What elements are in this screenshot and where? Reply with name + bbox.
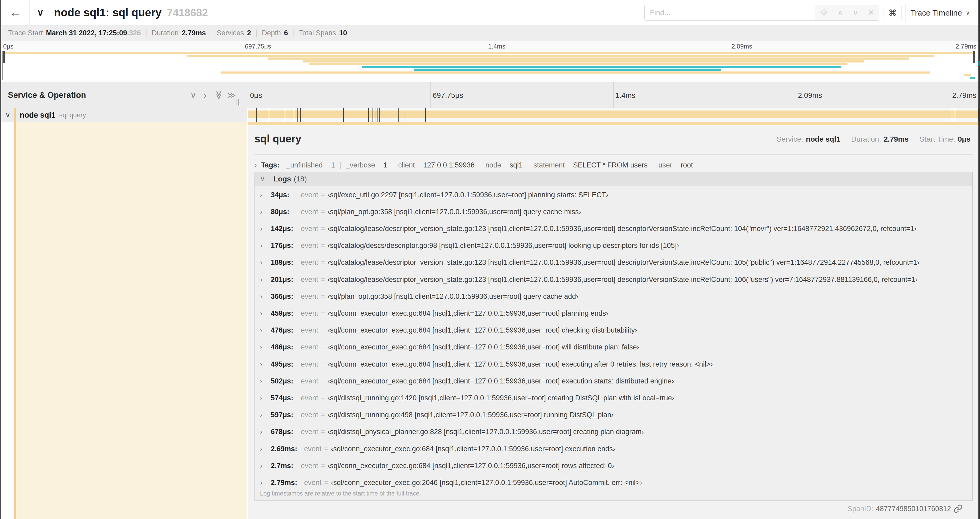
chevron-right-icon: › — [260, 309, 262, 318]
tags-list: _unfinished=1_verbose=1client=127.0.0.1:… — [286, 161, 693, 169]
log-timestamp: 2.79ms: — [271, 479, 298, 487]
log-row[interactable]: ›574μs:event=‹sql/distsql_running.go:142… — [260, 393, 675, 403]
back-button[interactable]: ← — [1, 0, 30, 25]
stat-label: Services — [216, 29, 244, 37]
log-value: ‹sql/conn_executor_exec.go:2046 [nsql1,c… — [331, 479, 642, 487]
chevron-right-icon: › — [260, 428, 262, 436]
log-marker-tick — [398, 108, 399, 122]
find-next-icon[interactable]: ∨ — [853, 9, 858, 17]
log-value: ‹sql/conn_executor_exec.go:684 [nsql1,cl… — [328, 462, 614, 470]
log-marker-tick — [368, 108, 369, 122]
span-collapse-chevron-icon[interactable]: ∨ — [5, 108, 10, 122]
log-row[interactable]: ›201μs:event=‹sql/catalog/lease/descript… — [260, 274, 918, 285]
view-options-label: Trace Timeline — [910, 8, 962, 18]
chevron-right-icon: › — [260, 292, 262, 301]
find-controls: ∧ ∨ ✕ — [815, 5, 879, 21]
find-prev-icon[interactable]: ∧ — [837, 9, 843, 17]
log-marker-tick — [425, 108, 426, 122]
log-value: ‹sql/plan_opt.go:358 [nsql1,client=127.0… — [328, 292, 579, 301]
minimap-span-bar — [414, 69, 721, 71]
tag-key: _unfinished — [286, 161, 323, 169]
detail-span-bar[interactable] — [248, 122, 978, 125]
tag-value: 1 — [331, 161, 335, 169]
span-color-accent — [14, 108, 16, 519]
detail-meta: Service:node sql1Duration:2.79msStart Ti… — [776, 135, 970, 144]
window-right-edge[interactable] — [978, 0, 980, 519]
minimap-canvas[interactable] — [2, 51, 975, 80]
span-row-name-cell[interactable]: ∨ node sql1 sql query — [1, 108, 247, 122]
log-row[interactable]: ›2.7ms:event=‹sql/conn_executor_exec.go:… — [260, 460, 614, 471]
minimap-tick-label: 0μs — [3, 43, 13, 50]
find-input[interactable] — [644, 5, 815, 21]
log-row[interactable]: ›502μs:event=‹sql/conn_executor_exec.go:… — [260, 376, 674, 386]
log-value: ‹sql/exec_util.go:2297 [nsql1,client=127… — [328, 191, 609, 199]
minimap-left-scrubber[interactable] — [3, 51, 5, 63]
expand-one-icon[interactable]: › — [204, 82, 207, 108]
span-service-name: node sql1 — [20, 108, 55, 122]
trace-id: 7418682 — [167, 7, 208, 19]
log-row[interactable]: ›597μs:event=‹sql/distsql_running.go:498… — [260, 410, 614, 420]
log-row[interactable]: ›678μs:event=‹sql/distsql_physical_plann… — [260, 427, 644, 437]
log-value: ‹sql/conn_executor_exec.go:684 [nsql1,cl… — [328, 326, 637, 334]
log-value: ‹sql/catalog/lease/descriptor_version_st… — [328, 276, 918, 284]
log-row[interactable]: ›176μs:event=‹sql/catalog/descs/descript… — [260, 241, 679, 251]
log-marker-tick — [379, 108, 380, 122]
logs-header[interactable]: ∨ Logs (18) — [255, 172, 972, 186]
tag-equals: = — [567, 161, 571, 169]
log-row[interactable]: ›2.79ms:event=‹sql/conn_executor_exec.go… — [260, 477, 642, 488]
chevron-down-icon: ∨ — [260, 175, 265, 183]
chevron-right-icon: › — [260, 241, 262, 250]
log-field-name: event — [301, 377, 318, 385]
column-resizer-handle[interactable] — [236, 99, 240, 106]
log-field-name: event — [301, 411, 318, 419]
minimap-right-scrubber[interactable] — [973, 51, 975, 63]
deep-link-icon[interactable] — [954, 504, 963, 513]
log-row[interactable]: ›459μs:event=‹sql/conn_executor_exec.go:… — [260, 308, 608, 319]
tags-accordion[interactable]: › Tags: _unfinished=1_verbose=1client=12… — [255, 159, 973, 171]
stat-label: Total Spans — [299, 29, 336, 37]
span-row-timeline-cell[interactable] — [248, 108, 978, 122]
stat-divider — [146, 30, 146, 37]
log-row[interactable]: ›34μs:event=‹sql/exec_util.go:2297 [nsql… — [260, 190, 608, 200]
log-value: ‹sql/distsql_running.go:1420 [nsql1,clie… — [328, 394, 675, 402]
view-options-dropdown[interactable]: Trace Timeline ∨ — [905, 4, 975, 22]
find-clear-icon[interactable]: ✕ — [868, 9, 874, 17]
tag-divider — [653, 162, 653, 169]
trace-minimap: 0μs697.75μs1.4ms2.09ms2.79ms — [0, 41, 980, 82]
chevron-right-icon: › — [260, 360, 262, 369]
log-row[interactable]: ›476μs:event=‹sql/conn_executor_exec.go:… — [260, 325, 637, 336]
expand-all-icon[interactable]: ≫ — [227, 82, 236, 108]
log-row[interactable]: ›80μs:event=‹sql/plan_opt.go:358 [nsql1,… — [260, 206, 581, 217]
span-duration-bar[interactable] — [248, 110, 978, 118]
log-row[interactable]: ›366μs:event=‹sql/plan_opt.go:358 [nsql1… — [260, 291, 578, 302]
ruler-tick-label: 1.4ms — [616, 91, 635, 100]
log-row[interactable]: ›142μs:event=‹sql/catalog/lease/descript… — [260, 224, 917, 234]
focus-target-icon[interactable] — [820, 8, 828, 18]
log-field-name: event — [301, 191, 318, 199]
collapse-one-icon[interactable]: ∨ — [190, 82, 196, 108]
log-row[interactable]: ›2.69ms:event=‹sql/conn_executor_exec.go… — [260, 444, 615, 454]
panel-divider[interactable] — [247, 82, 247, 519]
log-equals: = — [321, 191, 325, 199]
log-timestamp: 142μs: — [271, 225, 294, 233]
tag-key: node — [485, 161, 501, 169]
log-timestamp: 366μs: — [271, 292, 294, 301]
log-value: ‹sql/conn_executor_exec.go:684 [nsql1,cl… — [328, 309, 609, 318]
log-row[interactable]: ›495μs:event=‹sql/conn_executor_exec.go:… — [260, 359, 713, 369]
chevron-right-icon: › — [260, 225, 262, 233]
log-timestamp: 176μs: — [271, 241, 294, 250]
collapse-all-icon[interactable]: ≫ — [215, 82, 223, 108]
log-equals: = — [321, 241, 325, 250]
log-row[interactable]: ›189μs:event=‹sql/catalog/lease/descript… — [260, 257, 920, 268]
log-field-name: event — [304, 479, 321, 487]
log-row[interactable]: ›486μs:event=‹sql/conn_executor_exec.go:… — [260, 342, 639, 353]
minimap-span-bar — [187, 55, 934, 57]
keyboard-shortcuts-button[interactable]: ⌘ — [884, 5, 902, 21]
logs-label: Logs — [274, 175, 291, 183]
trace-collapse-chevron-icon[interactable]: ∨ — [37, 0, 44, 25]
log-field-name: event — [301, 225, 318, 233]
chevron-right-icon: › — [260, 411, 262, 419]
log-field-name: event — [301, 292, 318, 301]
log-marker-tick — [256, 108, 257, 122]
log-field-name: event — [301, 394, 318, 402]
